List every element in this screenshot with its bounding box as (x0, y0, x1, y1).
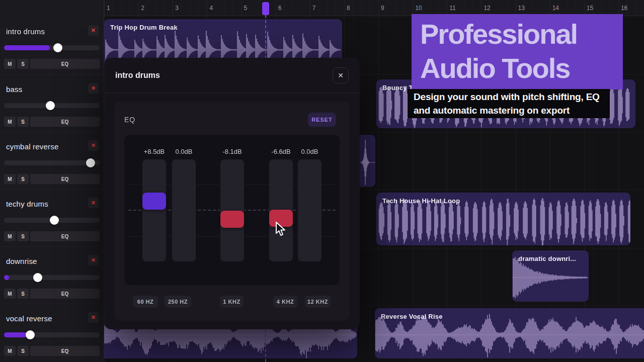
ruler-tick-minor (361, 0, 362, 16)
ruler-tick-minor (404, 0, 405, 16)
delete-track-icon[interactable]: ✕ (88, 140, 99, 151)
delete-track-icon[interactable]: ✕ (88, 198, 99, 208)
track-sidebar: intro drums✕MSEQbass✕MSEQcymbal reverse✕… (0, 0, 104, 362)
promo-subtitle-line1: Design your sound with pitch shifting, E… (414, 90, 604, 104)
track-name: cymbal reverse (6, 142, 59, 151)
track-buttons: MSEQ (4, 59, 100, 69)
ruler-tick (138, 0, 139, 16)
ruler-tick-minor (627, 0, 627, 16)
volume-thumb[interactable] (33, 273, 42, 282)
volume-thumb[interactable] (53, 43, 62, 52)
mute-button[interactable]: M (4, 231, 16, 241)
ruler-tick-minor (370, 0, 370, 16)
mute-button[interactable]: M (4, 117, 16, 127)
reset-button[interactable]: RESET (308, 113, 336, 127)
ruler-tick-minor (198, 0, 199, 16)
ruler-tick (242, 0, 242, 16)
eq-freq-label: 250 HZ (165, 296, 191, 308)
delete-track-icon[interactable]: ✕ (88, 25, 99, 36)
bar-number: 6 (278, 5, 282, 12)
mute-button[interactable]: M (4, 289, 16, 299)
eq-button[interactable]: EQ (30, 289, 100, 299)
eq-band-handle[interactable] (142, 193, 166, 210)
ruler-tick (276, 0, 276, 16)
track-row: cymbal reverse✕MSEQ (0, 132, 104, 189)
bar-number: 9 (381, 5, 384, 12)
ruler-tick-minor (635, 0, 636, 16)
ruler-tick-minor (232, 0, 233, 16)
bar-number: 1 (107, 5, 110, 12)
eq-band-handle[interactable] (220, 211, 244, 228)
volume-slider[interactable] (4, 43, 100, 52)
volume-thumb[interactable] (46, 101, 55, 110)
ruler-tick-minor (121, 0, 122, 16)
solo-button[interactable]: S (17, 346, 29, 356)
bar-number: 2 (141, 5, 144, 12)
ruler-tick-minor (164, 0, 165, 16)
volume-thumb[interactable] (26, 330, 35, 339)
ruler-tick-minor (353, 0, 353, 16)
ruler-tick-minor (250, 0, 251, 16)
volume-thumb[interactable] (50, 216, 59, 225)
playhead-handle[interactable] (262, 2, 269, 15)
volume-slider[interactable] (4, 216, 100, 225)
volume-track[interactable] (4, 160, 100, 165)
solo-button[interactable]: S (17, 231, 29, 241)
volume-thumb[interactable] (86, 158, 95, 167)
ruler-tick (173, 0, 173, 16)
ruler-tick (378, 0, 379, 16)
solo-button[interactable]: S (17, 174, 29, 184)
solo-button[interactable]: S (17, 59, 29, 69)
track-buttons: MSEQ (4, 289, 100, 299)
volume-slider[interactable] (4, 158, 100, 167)
ruler-tick-minor (215, 0, 216, 16)
eq-gain-label: 0.0dB (164, 148, 204, 155)
volume-slider[interactable] (4, 273, 100, 282)
eq-gain-label: 0.0dB (290, 148, 330, 155)
eq-button[interactable]: EQ (30, 117, 100, 127)
eq-button[interactable]: EQ (30, 59, 100, 69)
volume-track[interactable] (4, 275, 100, 280)
eq-button[interactable]: EQ (30, 174, 100, 184)
audio-clip[interactable]: Reverse Vocal Rise (375, 308, 644, 358)
mute-button[interactable]: M (4, 346, 16, 356)
bar-number: 7 (312, 5, 316, 12)
eq-band-handle[interactable] (269, 210, 293, 227)
eq-slider-area: +8.5dB0.0dB-8.1dB-6.6dB0.0dB (124, 135, 340, 285)
eq-modal: intro drums ✕ EQ RESET +8.5dB0.0dB-8.1dB… (104, 58, 360, 329)
track-buttons: MSEQ (4, 346, 100, 356)
solo-button[interactable]: S (17, 117, 29, 127)
promo-title-line1: Professional (420, 17, 623, 51)
eq-band-track[interactable] (269, 159, 293, 261)
delete-track-icon[interactable]: ✕ (88, 83, 99, 94)
track-buttons: MSEQ (4, 231, 100, 241)
eq-band-track[interactable] (220, 159, 244, 261)
track-name: downrise (6, 257, 37, 265)
mute-button[interactable]: M (4, 174, 16, 184)
ruler-tick (310, 0, 310, 16)
track-buttons: MSEQ (4, 174, 100, 184)
ruler-tick (104, 0, 105, 16)
eq-gain-label: -8.1dB (212, 148, 253, 155)
mute-button[interactable]: M (4, 59, 16, 69)
eq-band-track[interactable] (142, 159, 166, 261)
solo-button[interactable]: S (17, 289, 29, 299)
delete-track-icon[interactable]: ✕ (88, 255, 99, 265)
eq-band-track[interactable] (172, 159, 196, 261)
ruler-tick-minor (224, 0, 224, 16)
volume-fill (4, 275, 9, 280)
eq-band-track[interactable] (298, 159, 321, 261)
volume-fill (4, 45, 50, 50)
eq-button[interactable]: EQ (30, 231, 100, 241)
ruler-tick-minor (147, 0, 147, 16)
audio-clip[interactable]: Tech House Hi-Hat Loop (376, 193, 630, 245)
ruler-tick-minor (327, 0, 328, 16)
volume-slider[interactable] (4, 330, 100, 339)
close-icon[interactable]: ✕ (333, 67, 349, 83)
volume-slider[interactable] (4, 101, 100, 110)
ruler-tick-minor (395, 0, 396, 16)
audio-clip[interactable]: dramatic downri... (512, 250, 589, 302)
delete-track-icon[interactable]: ✕ (88, 312, 99, 323)
eq-button[interactable]: EQ (30, 346, 100, 356)
track-name: bass (6, 85, 23, 94)
